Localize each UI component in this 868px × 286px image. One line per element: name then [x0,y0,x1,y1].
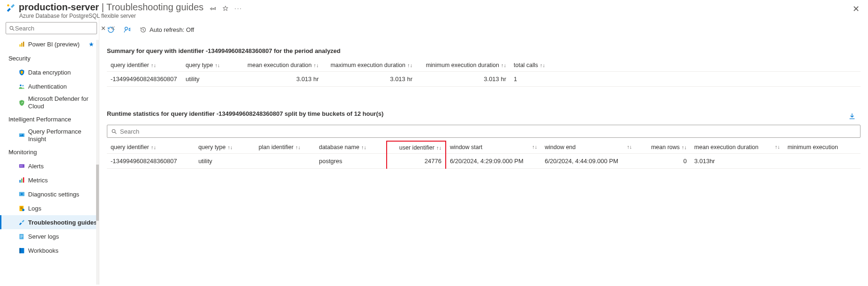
nav-label: Server logs [28,233,59,240]
col-query-identifier[interactable]: query identifier↑↓ [107,141,195,154]
download-icon[interactable] [848,113,856,120]
svg-rect-4 [21,43,22,46]
svg-point-0 [7,4,9,7]
close-icon[interactable]: ✕ [853,4,860,14]
svg-rect-13 [21,178,22,182]
cell-plan [255,154,315,169]
col-window-start[interactable]: window start↑↓ [446,141,541,154]
nav-label: Alerts [28,163,44,170]
preview-star-icon: ★ [89,41,94,48]
sort-icon: ↑↓ [436,145,441,151]
cell-qid: -1349949608248360807 [107,154,195,169]
nav-label: Microsoft Defender for Cloud [28,95,99,110]
svg-rect-12 [19,180,21,182]
svg-point-27 [125,27,128,30]
runtime-row[interactable]: -1349949608248360807 utility postgres 24… [107,154,861,169]
diagnostic-icon [18,190,25,198]
nav-label: Query Performance Insight [28,128,99,143]
nav-label: Troubleshooting guides [28,219,97,226]
nav-alerts[interactable]: Alerts [0,159,99,173]
col-query-type[interactable]: query type↑↓ [195,141,255,154]
nav-data-encryption[interactable]: Data encryption [0,65,99,79]
sort-icon: ↑↓ [361,144,367,150]
sort-icon: ↑↓ [151,62,156,68]
runtime-title: Runtime statistics for query identifier … [107,110,383,117]
col-mean-duration[interactable]: mean execution duration↑↓ [238,59,322,72]
col-max-duration[interactable]: maximum execution duration↑↓ [322,59,416,72]
svg-rect-26 [19,248,21,253]
search-clear-icon[interactable]: ✕ [101,25,106,32]
cell-wend: 6/20/2024, 4:44:09.000 PM [541,154,636,169]
sidebar-scrollbar-track [96,40,99,285]
svg-point-6 [20,84,22,86]
metrics-icon [18,176,25,184]
svg-point-7 [22,85,23,86]
svg-rect-14 [23,177,24,182]
col-window-end[interactable]: window end↑↓ [541,141,636,154]
runtime-search[interactable] [107,125,861,138]
blade-title: Troubleshooting guides [106,2,203,12]
sidebar-search[interactable] [6,22,97,34]
col-user-identifier[interactable]: user identifier↑↓ [387,141,446,154]
shield-icon [18,68,25,76]
sort-icon: ↑↓ [314,62,319,68]
nav-server-logs[interactable]: Server logs [0,229,99,243]
cell-wstart: 6/20/2024, 4:29:09.000 PM [446,154,541,169]
sort-icon: ↑↓ [681,144,687,150]
nav-metrics[interactable]: Metrics [0,173,99,187]
svg-line-2 [13,29,14,30]
nav-query-perf-insight[interactable]: Query Performance Insight [0,126,99,145]
cell-mindur [784,154,861,169]
nav-group-monitoring[interactable]: Monitoring [0,145,99,159]
defender-icon [18,99,25,106]
runtime-search-input[interactable] [120,128,856,135]
col-mean-rows[interactable]: mean rows↑↓ [636,141,690,154]
summary-row[interactable]: -1349949608248360807 utility 3.013 hr 3.… [107,72,861,87]
col-database-name[interactable]: database name↑↓ [315,141,386,154]
auto-refresh-toggle[interactable]: Auto refresh: Off [140,26,194,33]
nav-powerbi[interactable]: Power BI (preview) ★ [0,37,99,51]
server-logs-icon [18,233,25,240]
nav-workbooks[interactable]: Workbooks [0,243,99,257]
sidebar-scrollbar-thumb[interactable] [96,165,99,221]
feedback-icon[interactable] [123,26,131,34]
nav-group-intelligent-perf[interactable]: Intelligent Performance [0,112,99,126]
troubleshoot-icon [18,218,25,226]
nav-group-security[interactable]: Security [0,51,99,65]
favorite-star-icon[interactable] [222,5,229,12]
more-icon[interactable]: ··· [234,5,242,12]
collapse-sidebar-icon[interactable] [110,25,115,31]
sort-icon: ↑↓ [151,144,156,150]
powerbi-icon [18,40,25,48]
cell-qtype: utility [195,154,255,169]
nav-label: Intelligent Performance [8,116,71,123]
svg-point-20 [22,209,24,211]
col-min-duration[interactable]: minimum execution duration↑↓ [416,59,510,72]
search-icon [111,128,117,135]
nav-label: Diagnostic settings [28,191,79,198]
sort-icon: ↑↓ [540,62,545,68]
page-title: production-server | Troubleshooting guid… [19,2,203,13]
col-min-exec-duration[interactable]: minimum execution [784,141,861,154]
col-total-calls[interactable]: total calls↑↓ [510,59,561,72]
col-mean-exec-duration[interactable]: mean execution duration↑↓ [690,141,784,154]
alerts-icon [18,162,25,170]
nav-label: Metrics [28,177,48,184]
nav-troubleshooting-guides[interactable]: Troubleshooting guides [0,215,99,229]
chevron-down-icon [9,150,14,154]
col-plan-identifier[interactable]: plan identifier↑↓ [255,141,315,154]
pin-icon[interactable] [210,5,217,12]
sort-icon: ↑↓ [627,144,632,150]
col-query-type[interactable]: query type↑↓ [182,59,238,72]
svg-point-1 [10,26,13,30]
sidebar-search-input[interactable] [15,25,94,32]
sort-icon: ↑↓ [215,62,220,68]
logs-icon [18,204,25,212]
nav-authentication[interactable]: Authentication [0,79,99,93]
col-query-identifier[interactable]: query identifier↑↓ [107,59,182,72]
cell-qid: -1349949608248360807 [107,72,182,87]
nav-defender[interactable]: Microsoft Defender for Cloud [0,93,99,112]
nav-diagnostic-settings[interactable]: Diagnostic settings [0,187,99,201]
nav-logs[interactable]: Logs [0,201,99,215]
svg-rect-10 [20,165,21,167]
